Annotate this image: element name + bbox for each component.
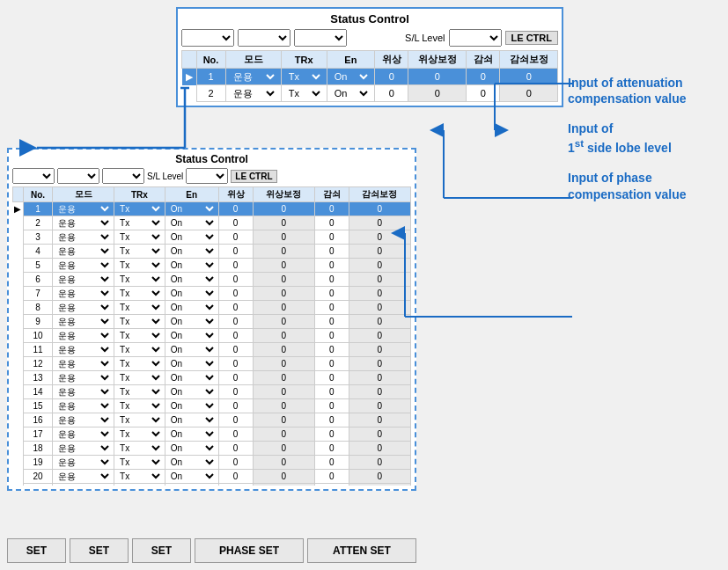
cell-mode[interactable]: 운용 bbox=[52, 343, 114, 357]
cell-trx[interactable]: Tx bbox=[114, 343, 165, 357]
cell-en[interactable]: On bbox=[165, 315, 218, 329]
cell-trx[interactable]: Tx bbox=[114, 385, 165, 399]
cell-atten[interactable]: 0 bbox=[314, 245, 349, 259]
cell-phase-comp[interactable]: 0 bbox=[253, 287, 314, 301]
en-select[interactable]: On bbox=[167, 316, 217, 327]
cell-phase-comp[interactable]: 0 bbox=[253, 442, 314, 456]
cell-phase-comp[interactable]: 0 bbox=[253, 357, 314, 371]
cell-atten-comp[interactable]: 0 bbox=[500, 69, 558, 85]
mode-select[interactable]: 운용 bbox=[55, 485, 112, 486]
cell-en[interactable]: On bbox=[165, 484, 218, 486]
en-select[interactable]: On bbox=[167, 245, 217, 257]
cell-atten[interactable]: 0 bbox=[314, 315, 349, 329]
bottom-table-row[interactable]: 20 운용 Tx On 0 0 0 0 bbox=[13, 470, 411, 484]
bottom-dropdown-2[interactable] bbox=[57, 168, 99, 184]
en-select[interactable]: On bbox=[167, 485, 217, 486]
cell-trx[interactable]: Tx bbox=[114, 301, 165, 315]
cell-en[interactable]: On bbox=[165, 428, 218, 442]
mode-select[interactable]: 운용 bbox=[55, 259, 112, 271]
cell-trx[interactable]: Tx bbox=[114, 456, 165, 470]
cell-en[interactable]: On bbox=[165, 456, 218, 470]
mode-select[interactable]: 운용 bbox=[55, 428, 112, 440]
cell-trx[interactable]: Tx bbox=[114, 357, 165, 371]
cell-atten-comp[interactable]: 0 bbox=[349, 442, 410, 456]
bottom-table-row[interactable]: 2 운용 Tx On 0 0 0 0 bbox=[13, 216, 411, 230]
en-select[interactable]: On bbox=[167, 288, 217, 299]
en-select[interactable]: On bbox=[167, 259, 217, 271]
cell-phase-comp[interactable]: 0 bbox=[253, 202, 314, 216]
bottom-table-row[interactable]: 4 운용 Tx On 0 0 0 0 bbox=[13, 245, 411, 259]
cell-mode[interactable]: 운용 bbox=[52, 287, 114, 301]
trx-select[interactable]: Tx bbox=[116, 442, 163, 454]
cell-atten[interactable]: 0 bbox=[314, 357, 349, 371]
cell-atten[interactable]: 0 bbox=[467, 85, 500, 102]
cell-atten[interactable]: 0 bbox=[314, 301, 349, 315]
cell-en[interactable]: On bbox=[165, 399, 218, 413]
en-select[interactable]: On bbox=[167, 302, 217, 313]
mode-select[interactable]: 운용 bbox=[55, 457, 112, 468]
mode-select[interactable]: 운용 bbox=[55, 245, 112, 257]
bottom-dropdown-3[interactable] bbox=[102, 168, 144, 184]
cell-atten[interactable]: 0 bbox=[314, 371, 349, 385]
trx-select[interactable]: Tx bbox=[116, 400, 163, 412]
cell-phase-comp[interactable]: 0 bbox=[253, 329, 314, 343]
cell-phase[interactable]: 0 bbox=[218, 301, 253, 315]
cell-atten[interactable]: 0 bbox=[314, 413, 349, 428]
cell-en[interactable]: On bbox=[165, 245, 218, 259]
en-select[interactable]: On bbox=[167, 358, 217, 369]
cell-trx[interactable]: Tx bbox=[114, 230, 165, 245]
trx-select[interactable]: Tx bbox=[116, 358, 163, 369]
cell-atten-comp[interactable]: 0 bbox=[349, 315, 410, 329]
en-select[interactable]: On bbox=[167, 217, 217, 229]
cell-phase[interactable]: 0 bbox=[218, 456, 253, 470]
en-select[interactable]: On bbox=[331, 70, 371, 83]
trx-select[interactable]: Tx bbox=[116, 344, 163, 355]
en-select[interactable]: On bbox=[167, 274, 217, 285]
cell-atten[interactable]: 0 bbox=[314, 470, 349, 484]
cell-atten[interactable]: 0 bbox=[314, 428, 349, 442]
mode-select[interactable]: 운용 bbox=[55, 471, 112, 482]
mode-select[interactable]: 운용 bbox=[55, 414, 112, 426]
cell-phase-comp[interactable]: 0 bbox=[253, 273, 314, 287]
cell-mode[interactable]: 운용 bbox=[52, 484, 114, 486]
cell-trx[interactable]: Tx bbox=[114, 245, 165, 259]
cell-phase-comp[interactable]: 0 bbox=[253, 245, 314, 259]
en-select[interactable]: On bbox=[167, 428, 217, 440]
trx-select[interactable]: Tx bbox=[116, 386, 163, 398]
cell-atten[interactable]: 0 bbox=[314, 216, 349, 230]
cell-phase-comp[interactable]: 0 bbox=[253, 315, 314, 329]
bottom-le-ctrl-button[interactable]: LE CTRL bbox=[231, 170, 276, 183]
bottom-sl-select[interactable] bbox=[186, 168, 228, 184]
cell-mode[interactable]: 운용 bbox=[225, 85, 281, 102]
cell-trx[interactable]: Tx bbox=[114, 259, 165, 273]
cell-atten-comp[interactable]: 0 bbox=[349, 202, 410, 216]
cell-atten-comp[interactable]: 0 bbox=[349, 428, 410, 442]
cell-en[interactable]: On bbox=[165, 343, 218, 357]
cell-phase-comp[interactable]: 0 bbox=[253, 399, 314, 413]
cell-phase[interactable]: 0 bbox=[218, 202, 253, 216]
mode-select[interactable]: 운용 bbox=[55, 288, 112, 299]
mode-select[interactable]: 운용 bbox=[55, 316, 112, 327]
mode-select[interactable]: 운용 bbox=[55, 386, 112, 398]
bottom-table-row[interactable]: 7 운용 Tx On 0 0 0 0 bbox=[13, 287, 411, 301]
cell-atten-comp[interactable]: 0 bbox=[349, 456, 410, 470]
trx-select[interactable]: Tx bbox=[116, 217, 163, 229]
cell-mode[interactable]: 운용 bbox=[52, 216, 114, 230]
table-scroll-container[interactable]: No. 모드 TRx En 위상 위상보정 감쇠 감쇠보정 ▶ 1 운용 Tx … bbox=[12, 186, 411, 486]
cell-mode[interactable]: 운용 bbox=[225, 69, 281, 85]
bottom-table-row[interactable]: ▶ 1 운용 Tx On 0 0 0 0 bbox=[13, 202, 411, 216]
top-dropdown-2[interactable] bbox=[238, 29, 290, 47]
cell-phase[interactable]: 0 bbox=[375, 85, 408, 102]
cell-phase[interactable]: 0 bbox=[218, 216, 253, 230]
cell-atten-comp[interactable]: 0 bbox=[349, 470, 410, 484]
en-select[interactable]: On bbox=[167, 471, 217, 482]
bottom-table-row[interactable]: 11 운용 Tx On 0 0 0 0 bbox=[13, 343, 411, 357]
cell-atten-comp[interactable]: 0 bbox=[349, 484, 410, 486]
en-select[interactable]: On bbox=[167, 386, 217, 398]
bottom-table-row[interactable]: 16 운용 Tx On 0 0 0 0 bbox=[13, 413, 411, 428]
cell-phase[interactable]: 0 bbox=[218, 470, 253, 484]
cell-en[interactable]: On bbox=[165, 259, 218, 273]
cell-atten-comp[interactable]: 0 bbox=[500, 85, 558, 102]
cell-atten-comp[interactable]: 0 bbox=[349, 371, 410, 385]
trx-select[interactable]: Tx bbox=[116, 288, 163, 299]
